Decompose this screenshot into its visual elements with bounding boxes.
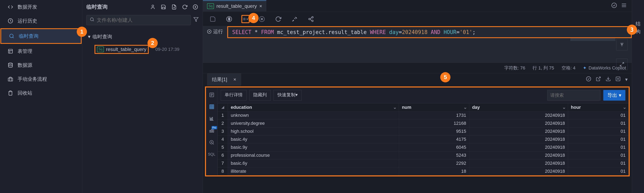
sidebar-item-datasource[interactable]: 数据源: [0, 58, 82, 72]
table-row[interactable]: 7 basic.6y 2292 20240918 01: [218, 159, 629, 167]
file-search[interactable]: [86, 15, 191, 25]
cell-day: 20240918: [469, 119, 568, 127]
minimap[interactable]: [570, 38, 615, 41]
sidebar-item-table-mgmt[interactable]: 表管理: [0, 44, 82, 58]
svg-point-40: [586, 77, 591, 81]
svg-rect-57: [210, 118, 211, 120]
svg-point-29: [312, 16, 314, 18]
btn-quick-copy[interactable]: 快速复制▾: [274, 90, 302, 101]
sidebar-item-run-history[interactable]: 运行历史: [0, 14, 82, 28]
sidebar-item-adhoc-query[interactable]: 临时查询 1: [0, 28, 82, 44]
table-row[interactable]: 3 high.school 9515 20240918 01: [218, 127, 629, 135]
svg-rect-59: [210, 130, 210, 132]
table-row[interactable]: 4 basic.4y 4175 20240918 01: [218, 135, 629, 143]
chevron-down-icon[interactable]: ⌄: [393, 105, 397, 110]
redo-icon[interactable]: [274, 15, 282, 23]
check-circle-icon[interactable]: [586, 76, 591, 83]
menu-icon[interactable]: [621, 3, 627, 10]
sparkle-icon: ✦: [583, 65, 586, 71]
results-search[interactable]: [547, 90, 600, 101]
file-search-input[interactable]: [97, 17, 188, 23]
chevron-down-icon[interactable]: ⌄: [623, 105, 626, 110]
col-label: education: [231, 105, 252, 110]
results-search-input[interactable]: [550, 93, 606, 98]
sql-editor[interactable]: SELECT * FROM mc_test_project.result_tab…: [227, 26, 632, 38]
refresh-icon[interactable]: [182, 4, 188, 10]
locate-icon[interactable]: [192, 4, 199, 10]
sidebar-item-data-dev[interactable]: 数据开发: [0, 0, 82, 14]
cell-idx: 4: [218, 135, 228, 143]
col-idx[interactable]: [218, 103, 228, 111]
sidebar-item-trash[interactable]: 回收站: [0, 86, 82, 100]
col-label: num: [402, 105, 411, 110]
sidebar-item-manual-flow[interactable]: 手动业务流程: [0, 72, 82, 86]
table-row[interactable]: 5 basic.9y 6045 20240918 01: [218, 143, 629, 151]
check-circle-icon[interactable]: [611, 3, 617, 10]
svg-line-65: [213, 143, 214, 144]
col-hour[interactable]: hour⌄: [568, 103, 628, 111]
format-icon[interactable]: [290, 15, 299, 23]
chevron-down-icon[interactable]: ⌄: [562, 105, 566, 110]
col-day[interactable]: day⌄: [469, 103, 568, 111]
btn-hide-col[interactable]: 隐藏列: [250, 90, 271, 101]
new-file-icon[interactable]: [171, 4, 177, 10]
cell-num: 6045: [399, 143, 469, 151]
share-icon[interactable]: [307, 15, 315, 23]
delete-icon[interactable]: [615, 76, 621, 83]
tree-root[interactable]: ▾ 临时查询: [86, 31, 199, 42]
download-icon[interactable]: [606, 76, 611, 83]
datasource-icon: [7, 62, 14, 68]
chevron-down-icon: ▾: [88, 34, 90, 40]
callout-4: 4: [248, 13, 258, 23]
svg-point-14: [90, 18, 94, 21]
side-table-icon[interactable]: [208, 103, 215, 110]
results-header: 结果[1] × 5 ▾: [203, 73, 632, 86]
table-row[interactable]: 2 university.degree 12168 20240918 01: [218, 119, 629, 127]
svg-line-41: [598, 77, 600, 79]
cost-icon[interactable]: $: [225, 15, 233, 23]
file-search-row: [82, 14, 203, 29]
trash-icon: [7, 90, 14, 96]
export-button[interactable]: 导出▾: [603, 90, 626, 101]
file-chip: Sq result_table_query: [94, 45, 149, 54]
nav-label: 表管理: [18, 48, 32, 55]
expand-icon[interactable]: [616, 59, 628, 70]
cell-idx: 1: [218, 111, 228, 119]
save-button[interactable]: [209, 15, 217, 23]
side-magnify-icon[interactable]: [208, 139, 215, 146]
triangle-icon: [221, 106, 224, 109]
user-icon[interactable]: [150, 4, 156, 10]
run-button[interactable]: ▾ 4: [242, 15, 250, 23]
sql-kw: WHERE: [370, 29, 386, 35]
tab-result-table-query[interactable]: Sq result_table_query ×: [203, 1, 266, 12]
tree-item-file[interactable]: Sq result_table_query 09-20 17:39 2: [86, 42, 199, 56]
filter-icon[interactable]: [193, 17, 199, 23]
svg-line-2: [13, 37, 14, 38]
file-panel-header: 临时查询: [82, 0, 203, 14]
side-chart-icon[interactable]: [208, 115, 215, 122]
side-sql-label[interactable]: SQL: [208, 151, 215, 157]
callout-2: 2: [148, 38, 158, 48]
close-icon[interactable]: ×: [259, 3, 262, 9]
search-icon: [90, 17, 94, 23]
btn-row-detail[interactable]: 单行详情: [221, 90, 246, 101]
editor-body[interactable]: [203, 38, 632, 63]
pop-out-icon[interactable]: [596, 76, 601, 83]
save-icon[interactable]: [160, 4, 167, 10]
col-education[interactable]: education⌄: [228, 103, 399, 111]
cell-education: basic.6y: [228, 159, 399, 167]
svg-rect-50: [210, 105, 214, 109]
close-icon[interactable]: ×: [234, 77, 236, 82]
table-row[interactable]: 6 professional.course 5243 20240918 01: [218, 151, 629, 159]
chevron-down-icon[interactable]: ⌄: [463, 105, 467, 110]
results-tab[interactable]: 结果[1] ×: [207, 73, 241, 86]
stop-button[interactable]: [258, 15, 266, 23]
run-chip[interactable]: 运行: [203, 26, 227, 37]
table-row[interactable]: 8 illiterate 18 20240918 01: [218, 167, 629, 175]
side-logs-icon[interactable]: [208, 92, 215, 98]
goto-top-icon[interactable]: [616, 39, 628, 50]
col-num[interactable]: num⌄: [399, 103, 469, 111]
chevron-down-icon[interactable]: ▾: [625, 77, 628, 82]
table-row[interactable]: 1 unknown 1731 20240918 01: [218, 111, 629, 119]
side-pro-icon[interactable]: Pro: [208, 127, 215, 134]
